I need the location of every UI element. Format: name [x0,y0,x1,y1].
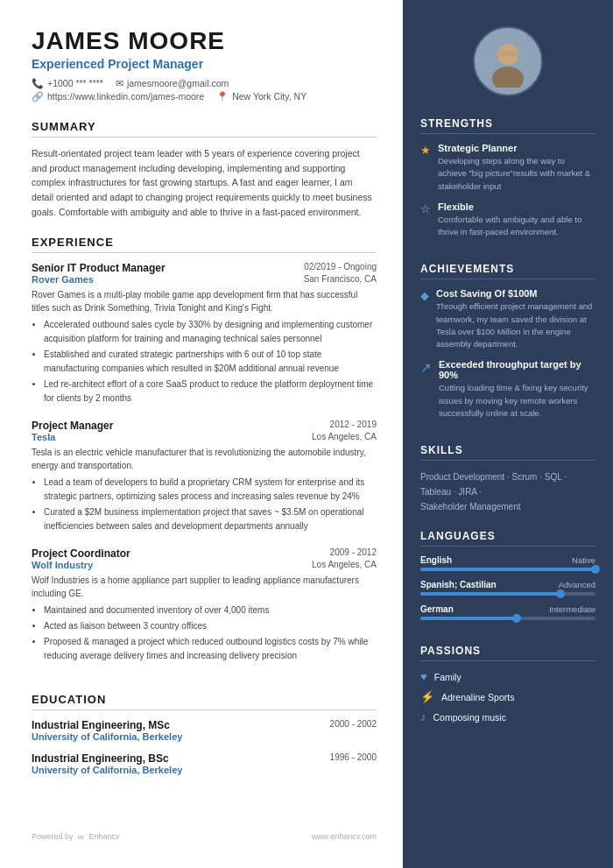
exp-dates-3: 2009 - 2012 [330,547,377,557]
exp-item-2: Project Manager 2012 - 2019 Tesla Los An… [32,420,377,533]
exp-desc-3: Wolf Industries is a home appliance part… [32,574,377,600]
exp-item-1: Senior IT Product Manager 02/2019 - Ongo… [32,262,377,406]
svg-point-3 [497,44,518,65]
achievements-title: ACHIEVEMENTS [420,263,595,279]
lang-item-german: German Intermediate [420,604,595,620]
achievement-item-1: ◆ Cost Saving Of $100M Through efficient… [420,288,595,350]
lang-bar-fill-spanish [420,592,560,596]
location-icon: 📍 [216,91,229,102]
exp-bullets-3: Maintained and documented inventory of o… [32,603,377,663]
linkedin-contact: 🔗 https://www.linkedin.com/james-moore [32,91,204,102]
avatar-container [420,26,595,96]
edu-dates-2: 1996 - 2000 [330,752,377,765]
edu-item-1: Industrial Engineering, MSc 2000 - 2002 … [32,719,377,742]
candidate-name: JAMES MOORE [32,28,377,55]
achievement-desc-2: Cutting loading time & fixing key securi… [439,382,595,420]
edu-degree-2: Industrial Engineering, BSc [32,752,169,765]
footer-website: www.enhancv.com [312,832,377,841]
strategic-planner-icon: ★ [420,144,431,193]
footer-brand: Powered by ∞ Enhancv [32,831,119,842]
strength-desc-2: Comfortable with ambiguity and able to t… [438,214,595,239]
achievement-title-1: Cost Saving Of $100M [436,288,595,299]
exp-dates-1: 02/2019 - Ongoing [304,262,377,272]
bullet-item: Lead a team of developers to build a pro… [44,476,377,504]
exp-company-1: Rover Games [32,274,94,285]
family-icon: ♥ [420,670,427,683]
lang-bar-fill-english [420,568,595,571]
lang-name-english: English [420,555,452,565]
languages-title: LANGUAGES [420,530,595,547]
bullet-item: Acted as liaison between 3 country offic… [44,619,377,633]
lang-level-english: Native [572,555,595,565]
experience-title: EXPERIENCE [32,236,377,253]
edu-school-2: University of California, Berkeley [32,765,377,775]
linkedin-icon: 🔗 [32,91,44,102]
lang-dot-german [512,614,521,623]
exp-desc-1: Rover Games is a multi-play mobile game … [32,288,377,314]
achievement-title-2: Exceeded throughput target by 90% [439,359,595,380]
exp-company-2: Tesla [32,432,55,442]
lang-bar-spanish [420,592,595,596]
header: JAMES MOORE Experienced Project Manager … [32,28,377,104]
music-icon: ♪ [420,710,426,723]
passion-label-music: Composing music [433,712,506,723]
education-title: EDUCATION [32,693,377,710]
summary-section: SUMMARY Result-orientated project team l… [32,120,377,220]
cost-saving-icon: ◆ [420,289,429,350]
exp-location-1: San Francisco, CA [304,274,377,285]
bullet-item: Accelerated outbound sales cycle by 330%… [44,318,377,346]
exp-dates-2: 2012 - 2019 [330,420,377,429]
lang-name-spanish: Spanish; Castilian [420,580,497,589]
left-column: JAMES MOORE Experienced Project Manager … [0,0,403,868]
flexible-icon: ☆ [420,202,431,239]
languages-section: LANGUAGES English Native Spanish; Castil… [420,530,595,629]
phone-contact: 📞 +1000 *** **** [32,78,103,89]
email-contact: ✉ jamesmoore@gmail.com [116,78,229,89]
passion-label-family: Family [434,672,462,682]
avatar [473,26,543,96]
exp-desc-2: Tesla is an electric vehicle manufacture… [32,446,377,472]
brand-icon: ∞ [78,831,85,842]
edu-degree-1: Industrial Engineering, MSc [32,719,170,731]
passion-label-adrenaline: Adrenaline Sports [441,692,514,702]
summary-title: SUMMARY [32,120,377,138]
contact-row: 📞 +1000 *** **** ✉ jamesmoore@gmail.com [32,78,377,89]
adrenaline-icon: ⚡ [420,690,434,703]
lang-dot-spanish [556,589,565,598]
phone-icon: 📞 [32,78,44,89]
lang-level-spanish: Advanced [559,580,595,589]
exp-bullets-1: Accelerated outbound sales cycle by 330%… [32,318,377,406]
brand-name: Enhancv [88,832,119,841]
lang-dot-english [591,565,600,574]
lang-item-english: English Native [420,555,595,571]
passion-adrenaline: ⚡ Adrenaline Sports [420,690,595,703]
bullet-item: Led re-architect effort of a core SaaS p… [44,378,377,406]
strength-title-2: Flexible [438,201,595,212]
strength-item-2: ☆ Flexible Comfortable with ambiguity an… [420,201,595,239]
achievements-section: ACHIEVEMENTS ◆ Cost Saving Of $100M Thro… [420,263,595,428]
skills-section: SKILLS Product Development · Scrum · SQL… [420,444,595,514]
achievement-desc-1: Through efficient project management and… [436,300,595,350]
lang-name-german: German [420,604,454,614]
strengths-section: STRENGTHS ★ Strategic Planner Developing… [420,117,595,247]
edu-dates-1: 2000 - 2002 [330,719,377,731]
bullet-item: Maintained and documented inventory of o… [44,603,377,617]
exp-item-3: Project Coordinator 2009 - 2012 Wolf Ind… [32,547,377,663]
bullet-item: Curated a $2M business implementation pr… [44,505,377,533]
right-column: STRENGTHS ★ Strategic Planner Developing… [403,0,613,868]
location-contact: 📍 New York City, NY [216,91,306,102]
exp-role-2: Project Manager [32,420,113,432]
lang-item-spanish: Spanish; Castilian Advanced [420,580,595,596]
skills-text: Product Development · Scrum · SQL ·Table… [420,469,595,514]
summary-text: Result-orientated project team leader wi… [32,146,377,220]
experience-section: EXPERIENCE Senior IT Product Manager 02/… [32,236,377,677]
strength-desc-1: Developing steps along the way to achiev… [438,155,595,193]
education-section: EDUCATION Industrial Engineering, MSc 20… [32,693,377,786]
passion-music: ♪ Composing music [420,710,595,723]
exp-company-3: Wolf Industry [32,560,93,570]
edu-item-2: Industrial Engineering, BSc 1996 - 2000 … [32,752,377,775]
lang-bar-fill-german [420,617,517,620]
powered-by-label: Powered by [32,832,74,841]
strength-item-1: ★ Strategic Planner Developing steps alo… [420,143,595,193]
bullet-item: Proposed & managed a project which reduc… [44,635,377,663]
